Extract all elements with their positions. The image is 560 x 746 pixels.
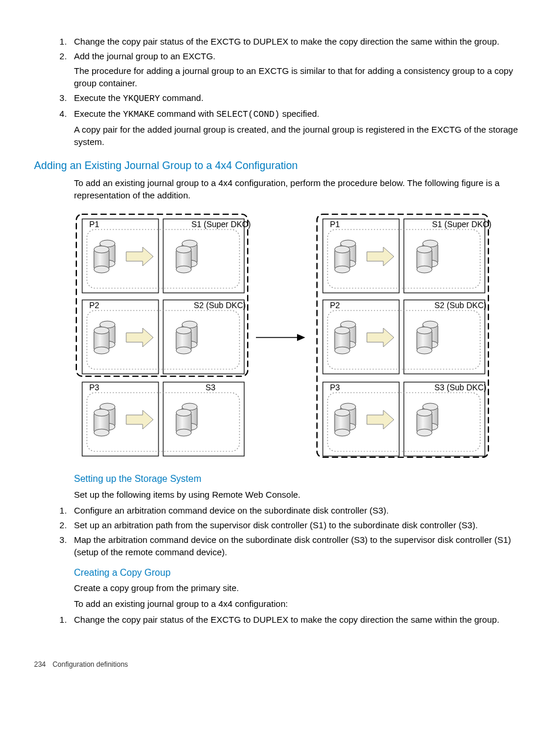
list-text: Change the copy pair status of the EXCTG… bbox=[74, 36, 500, 46]
figure-label: P1 bbox=[330, 220, 340, 229]
figure-label: S1 (Super DKC) bbox=[191, 220, 251, 229]
txt: Execute the bbox=[74, 93, 123, 103]
list-item: Change the copy pair status of the EXCTG… bbox=[69, 613, 526, 626]
figure-diagram: .solid-box { fill:#fff; stroke:#000; str… bbox=[74, 211, 526, 463]
page-number: 234 bbox=[34, 660, 46, 670]
procedure-list-3: Change the copy pair status of the EXCTG… bbox=[47, 613, 526, 626]
list-item: Execute the YKMAKE command with SELECT(C… bbox=[69, 107, 526, 148]
txt: command. bbox=[160, 93, 203, 103]
svg-rect-5 bbox=[163, 219, 244, 293]
txt: Execute the bbox=[74, 109, 123, 119]
list-item: Execute the YKQUERY command. bbox=[69, 92, 526, 105]
list-sub: A copy pair for the added journal group … bbox=[74, 123, 526, 148]
figure-label: P3 bbox=[330, 383, 340, 392]
svg-rect-16 bbox=[404, 219, 485, 293]
procedure-list-2: Configure an arbitration command device … bbox=[47, 504, 526, 558]
svg-rect-22 bbox=[404, 382, 485, 456]
figure-label: S3 (Sub DKC) bbox=[434, 383, 487, 392]
list-item: Add the journal group to an EXCTG. The p… bbox=[69, 50, 526, 89]
paragraph: Set up the following items by using Remo… bbox=[74, 488, 526, 501]
section-heading-copygroup: Creating a Copy Group bbox=[74, 566, 526, 579]
page-footer: 234 Configuration definitions bbox=[34, 660, 526, 670]
list-item: Map the arbitration command device on th… bbox=[69, 534, 526, 558]
figure-label: S2 (Sub DKC) bbox=[434, 301, 487, 310]
command: YKMAKE bbox=[123, 110, 154, 120]
svg-rect-19 bbox=[404, 300, 485, 374]
figure-label: P2 bbox=[89, 301, 99, 310]
procedure-list-1: Change the copy pair status of the EXCTG… bbox=[47, 35, 526, 148]
list-item: Set up an arbitration path from the supe… bbox=[69, 519, 526, 531]
section-heading-storage: Setting up the Storage System bbox=[74, 472, 526, 485]
svg-rect-11 bbox=[163, 382, 244, 456]
footer-section: Configuration definitions bbox=[52, 660, 128, 669]
figure-label: P1 bbox=[89, 220, 99, 229]
figure-label: P2 bbox=[330, 301, 340, 310]
figure-label: S1 (Super DKC) bbox=[432, 220, 491, 229]
list-text: Add the journal group to an EXCTG. bbox=[74, 51, 215, 61]
list-item: Configure an arbitration command device … bbox=[69, 504, 526, 517]
list-sub: The procedure for adding a journal group… bbox=[74, 65, 526, 89]
paragraph: To add an existing journal group to a 4x… bbox=[74, 177, 526, 201]
paragraph: Create a copy group from the primary sit… bbox=[74, 582, 526, 594]
figure-label: P3 bbox=[89, 383, 99, 392]
svg-rect-8 bbox=[163, 300, 244, 374]
transition-arrow-icon bbox=[256, 334, 305, 341]
txt: specified. bbox=[279, 109, 319, 119]
command: YKQUERY bbox=[123, 94, 160, 104]
command: SELECT(COND) bbox=[216, 110, 279, 120]
figure-label: S3 bbox=[205, 383, 215, 392]
figure-label: S2 (Sub DKC) bbox=[194, 301, 246, 310]
section-heading-adding: Adding an Existing Journal Group to a 4x… bbox=[34, 158, 526, 173]
list-item: Change the copy pair status of the EXCTG… bbox=[69, 35, 526, 48]
txt: command with bbox=[154, 109, 216, 119]
paragraph: To add an existing journal group to a 4x… bbox=[74, 598, 526, 610]
